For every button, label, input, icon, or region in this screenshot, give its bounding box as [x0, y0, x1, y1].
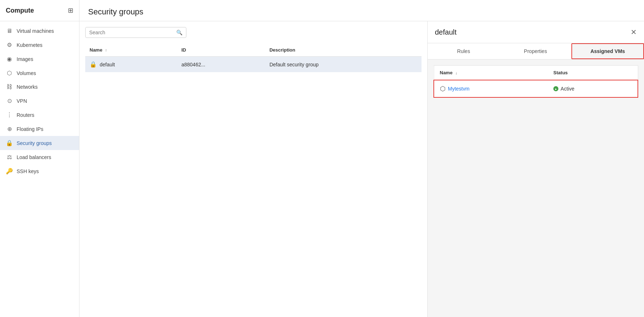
sidebar-item-kubernetes[interactable]: ⚙ Kubernetes [0, 38, 79, 52]
vm-table-header: Name ↓Status [434, 66, 638, 80]
main-area: Security groups 🔍 Name ↑IDDescription 🔒 … [79, 0, 644, 317]
tab-assigned-vms[interactable]: Assigned VMs [571, 43, 644, 59]
floating-ips-icon: ⊕ [6, 126, 13, 132]
sidebar-item-label: Virtual machines [17, 28, 54, 34]
sidebar-item-ssh-keys[interactable]: 🔑 SSH keys [0, 164, 79, 178]
sidebar-toggle-button[interactable]: ⊞ [68, 6, 73, 14]
security-groups-icon: 🔒 [6, 140, 13, 146]
vm-col-header-status[interactable]: Status [548, 66, 638, 80]
vm-name-link[interactable]: Mytestvm [448, 86, 470, 92]
sidebar-item-load-balancers[interactable]: ⚖ Load balancers [0, 150, 79, 164]
sidebar-nav: 🖥 Virtual machines ⚙ Kubernetes ◉ Images… [0, 21, 79, 181]
col-header-description[interactable]: Description [265, 44, 422, 57]
ssh-keys-icon: 🔑 [6, 168, 13, 175]
sidebar: Compute ⊞ 🖥 Virtual machines ⚙ Kubernete… [0, 0, 79, 317]
sidebar-item-images[interactable]: ◉ Images [0, 52, 79, 66]
status-active-dot [553, 86, 558, 91]
tabs: RulesPropertiesAssigned VMs [428, 43, 644, 60]
sidebar-item-label: Volumes [17, 70, 36, 76]
close-button[interactable]: ✕ [631, 28, 637, 36]
vm-cube-icon: ⬡ [440, 85, 446, 93]
page-title: Security groups [88, 7, 143, 16]
images-icon: ◉ [6, 56, 13, 62]
sidebar-header: Compute ⊞ [0, 0, 79, 21]
detail-title: default [435, 28, 457, 36]
cell-name: 🔒 default [85, 57, 177, 72]
vm-cell-status: Active [548, 80, 638, 97]
sidebar-item-label: Networks [17, 84, 38, 90]
vpn-icon: ⊙ [6, 97, 13, 104]
sidebar-item-security-groups[interactable]: 🔒 Security groups [0, 136, 79, 150]
vm-table: Name ↓Status ⬡ Mytestvm Active [433, 65, 638, 98]
sidebar-item-label: Kubernetes [17, 42, 43, 48]
routers-icon: ⋮ [6, 111, 13, 118]
col-header-name[interactable]: Name ↑ [85, 44, 177, 57]
sidebar-item-networks[interactable]: ⛓ Networks [0, 80, 79, 94]
sidebar-item-label: Security groups [17, 140, 52, 146]
sg-name: default [100, 62, 115, 67]
security-groups-list: 🔍 Name ↑IDDescription 🔒 default a880462.… [79, 21, 427, 317]
sort-arrow-name: ↑ [105, 48, 107, 52]
sidebar-item-label: VPN [17, 98, 27, 104]
cell-description: Default security group [265, 57, 422, 72]
kubernetes-icon: ⚙ [6, 41, 13, 48]
main-header: Security groups [79, 0, 644, 21]
app-title: Compute [6, 7, 34, 14]
volumes-icon: ⬡ [6, 70, 13, 76]
sidebar-item-label: SSH keys [17, 168, 39, 174]
tab-properties[interactable]: Properties [500, 43, 571, 59]
detail-panel: default ✕ RulesPropertiesAssigned VMs Na… [427, 21, 644, 317]
vm-col-header-name[interactable]: Name ↓ [434, 66, 548, 80]
virtual-machines-icon: 🖥 [6, 28, 13, 34]
table-header: Name ↑IDDescription [85, 44, 422, 57]
main-content: 🔍 Name ↑IDDescription 🔒 default a880462.… [79, 21, 644, 317]
search-bar[interactable]: 🔍 [85, 27, 186, 38]
search-input[interactable] [89, 30, 175, 35]
cell-id: a880462... [177, 57, 265, 72]
networks-icon: ⛓ [6, 84, 13, 90]
detail-content: Name ↓Status ⬡ Mytestvm Active [428, 60, 644, 317]
sidebar-item-label: Routers [17, 112, 34, 118]
tab-rules[interactable]: Rules [428, 43, 500, 59]
sidebar-item-volumes[interactable]: ⬡ Volumes [0, 66, 79, 80]
sidebar-item-label: Floating IPs [17, 126, 43, 132]
vm-cell-name: ⬡ Mytestvm [434, 80, 548, 97]
lock-icon: 🔒 [90, 61, 97, 68]
sidebar-item-vpn[interactable]: ⊙ VPN [0, 94, 79, 108]
vm-table-row[interactable]: ⬡ Mytestvm Active [434, 80, 638, 97]
sidebar-item-routers[interactable]: ⋮ Routers [0, 108, 79, 122]
table-row[interactable]: 🔒 default a880462... Default security gr… [85, 57, 422, 72]
security-groups-table: Name ↑IDDescription 🔒 default a880462...… [85, 44, 422, 72]
status-label: Active [561, 86, 574, 92]
sidebar-item-virtual-machines[interactable]: 🖥 Virtual machines [0, 24, 79, 38]
sidebar-item-label: Load balancers [17, 154, 51, 160]
vm-sort-arrow-name: ↓ [455, 71, 458, 75]
col-header-id[interactable]: ID [177, 44, 265, 57]
detail-header: default ✕ [428, 21, 644, 43]
search-icon: 🔍 [176, 30, 182, 35]
sidebar-item-floating-ips[interactable]: ⊕ Floating IPs [0, 122, 79, 136]
sidebar-item-label: Images [17, 56, 33, 62]
load-balancers-icon: ⚖ [6, 154, 13, 160]
